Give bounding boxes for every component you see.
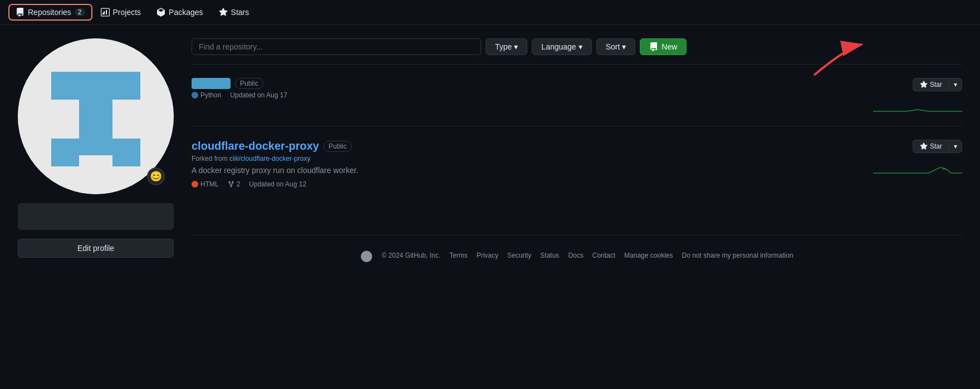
top-navigation: Repositories 2 Projects Packages Stars	[0, 0, 980, 25]
repo-fork-line-2: Forked from ciiii/cloudflare-docker-prox…	[192, 155, 842, 163]
activity-graph-2	[873, 157, 962, 174]
nav-stars-label: Stars	[231, 8, 249, 17]
star-icon-1	[920, 81, 928, 88]
repo-card-left-2: cloudflare-docker-proxy Public Forked fr…	[192, 140, 842, 188]
search-input[interactable]	[192, 38, 481, 55]
page-footer: ⬤ © 2024 GitHub, Inc. Terms Privacy Secu…	[192, 235, 962, 271]
footer-link-security[interactable]: Security	[507, 252, 531, 259]
repo-list-section: Type ▾ Language ▾ Sort ▾ New	[192, 38, 962, 271]
footer-link-docs[interactable]: Docs	[568, 252, 583, 259]
footer-link-contact[interactable]: Contact	[592, 252, 615, 259]
repo-language-2: HTML	[192, 180, 219, 188]
footer-link-privacy[interactable]: Privacy	[477, 252, 498, 259]
nav-repositories-label: Repositories	[28, 8, 71, 17]
star-button-1[interactable]: Star	[913, 78, 949, 91]
stars-icon	[219, 8, 228, 17]
repo-badge-1: Public	[235, 78, 263, 89]
nav-item-packages[interactable]: Packages	[150, 4, 209, 20]
svg-rect-2	[51, 72, 79, 100]
svg-rect-7	[51, 139, 79, 166]
star-button-group-2: Star ▾	[913, 140, 962, 153]
username-block	[18, 203, 174, 230]
avatar-container: 😊	[18, 38, 174, 194]
repo-updated-1: Updated on Aug 17	[230, 91, 287, 99]
svg-rect-4	[112, 72, 140, 100]
repo-card-left-1: Public Python Updated on Aug 17	[192, 78, 842, 99]
repo-name-row-2: cloudflare-docker-proxy Public	[192, 140, 842, 152]
repo-language-1: Python	[192, 91, 221, 99]
repo-icon	[16, 8, 24, 17]
svg-rect-3	[79, 72, 112, 100]
language-dot-2	[192, 181, 198, 188]
star-icon-2	[920, 142, 928, 150]
star-button-group-1: Star ▾	[913, 78, 962, 91]
footer-link-privacy-settings[interactable]: Do not share my personal information	[682, 252, 793, 259]
repositories-badge: 2	[75, 8, 85, 16]
repo-create-icon	[649, 42, 658, 51]
profile-sidebar: 😊 Edit profile	[18, 38, 174, 271]
activity-graph-1	[873, 96, 962, 112]
repo-card-right-1: Star ▾	[851, 78, 962, 112]
repo-badge-2: Public	[324, 141, 352, 152]
repo-meta-1: Python Updated on Aug 17	[192, 91, 842, 99]
language-filter-button[interactable]: Language ▾	[532, 38, 591, 55]
repo-updated-2: Updated on Aug 12	[249, 180, 306, 188]
nav-item-stars[interactable]: Stars	[212, 4, 256, 20]
chevron-down-icon: ▾	[514, 42, 518, 51]
new-repo-button[interactable]: New	[640, 38, 687, 55]
nav-projects-label: Projects	[113, 8, 141, 17]
svg-rect-6	[79, 127, 112, 155]
nav-packages-label: Packages	[169, 8, 203, 17]
svg-rect-8	[112, 139, 140, 166]
svg-rect-5	[79, 100, 112, 127]
sort-filter-button[interactable]: Sort ▾	[596, 38, 636, 55]
footer-link-terms[interactable]: Terms	[449, 252, 468, 259]
repo-meta-2: HTML 2 Updated on Aug 12	[192, 180, 842, 188]
nav-item-repositories[interactable]: Repositories 2	[9, 4, 92, 20]
repo-filter-bar: Type ▾ Language ▾ Sort ▾ New	[192, 38, 962, 55]
footer-link-manage-cookies[interactable]: Manage cookies	[624, 252, 673, 259]
chevron-down-icon: ▾	[622, 42, 626, 51]
projects-icon	[101, 8, 110, 17]
chevron-down-icon: ▾	[579, 42, 582, 51]
footer-link-status[interactable]: Status	[540, 252, 559, 259]
nav-item-projects[interactable]: Projects	[94, 4, 148, 20]
packages-icon	[156, 8, 165, 17]
repo-name-2[interactable]: cloudflare-docker-proxy	[192, 140, 319, 152]
repo-card-2: cloudflare-docker-proxy Public Forked fr…	[192, 126, 962, 201]
github-logo: ⬤	[360, 249, 373, 262]
avatar-emoji-button[interactable]: 😊	[147, 168, 165, 185]
star-dropdown-2[interactable]: ▾	[949, 140, 962, 153]
repo-forks-2: 2	[228, 180, 241, 188]
repo-name-row-1: Public	[192, 78, 842, 89]
type-filter-button[interactable]: Type ▾	[486, 38, 527, 55]
star-dropdown-1[interactable]: ▾	[949, 78, 962, 91]
repo-name-blurred	[192, 78, 231, 89]
star-button-2[interactable]: Star	[913, 140, 949, 153]
repo-description-2: A docker registry proxy run on cloudflar…	[192, 166, 842, 175]
fork-source-link-2[interactable]: ciiii/cloudflare-docker-proxy	[229, 155, 310, 163]
copyright-text: © 2024 GitHub, Inc.	[381, 252, 440, 259]
repo-card-1: Public Python Updated on Aug 17	[192, 64, 962, 126]
fork-icon-2	[228, 181, 234, 188]
edit-profile-button[interactable]: Edit profile	[18, 239, 174, 258]
main-content: 😊 Edit profile Type ▾ Language ▾ Sort ▾	[0, 25, 980, 284]
language-dot-1	[192, 92, 198, 99]
repo-card-right-2: Star ▾	[851, 140, 962, 174]
